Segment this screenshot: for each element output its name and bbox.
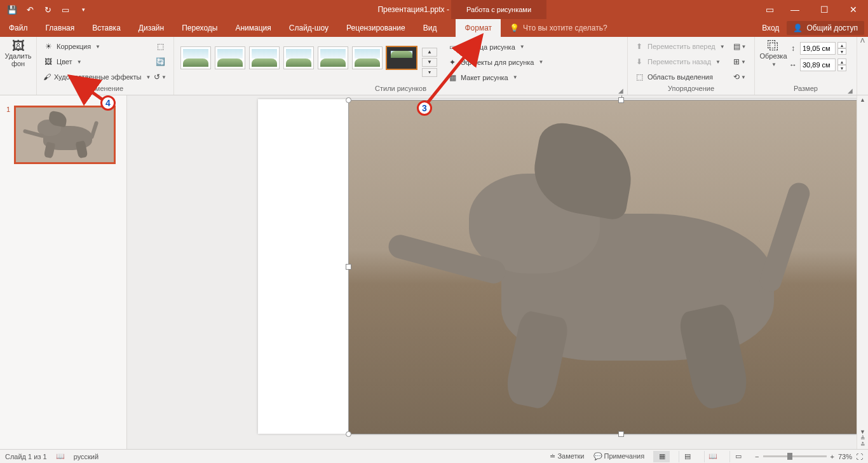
effects-label: Эффекты для рисунка [461, 59, 534, 66]
tab-slideshow[interactable]: Слайд-шоу [280, 19, 337, 37]
picture-border-button[interactable]: ▭Граница рисунка▼ [445, 40, 546, 54]
tab-animation[interactable]: Анимация [226, 19, 280, 37]
reading-view-icon[interactable]: 📖 [704, 451, 721, 462]
picture-effects-button[interactable]: ✦Эффекты для рисунка▼ [445, 55, 546, 69]
rotate-button[interactable]: ⟲▼ [732, 70, 747, 84]
compress-button[interactable]: ⬚ [153, 39, 168, 53]
picture-tools-context-tab[interactable]: Работа с рисунками [451, 0, 546, 19]
spin-up-icon[interactable]: ▲ [837, 59, 846, 65]
zoom-slider[interactable] [763, 455, 827, 457]
height-input[interactable] [800, 42, 836, 55]
style-thumb[interactable] [249, 46, 280, 69]
tell-me-placeholder: Что вы хотите сделать? [523, 24, 607, 32]
tab-view[interactable]: Вид [414, 19, 446, 37]
style-thumb[interactable] [283, 46, 314, 69]
resize-handle[interactable] [346, 431, 351, 437]
align-button[interactable]: ▤▼ [732, 39, 747, 53]
tab-transitions[interactable]: Переходы [173, 19, 226, 37]
width-field[interactable]: ↔ ▲▼ [788, 59, 846, 71]
artistic-icon: 🖌 [43, 72, 51, 82]
qat-more-icon[interactable]: ▾ [75, 1, 92, 18]
style-thumb-selected[interactable] [386, 46, 417, 69]
undo-icon[interactable]: ↶ [22, 1, 38, 18]
scroll-up-icon[interactable]: ▲ [860, 97, 865, 103]
tab-file[interactable]: Файл [0, 19, 37, 37]
artistic-effects-button[interactable]: 🖌Художественные эффекты▼ [41, 70, 153, 84]
collapse-ribbon-icon[interactable]: ᐱ [857, 37, 868, 95]
width-input[interactable] [800, 59, 836, 71]
color-button[interactable]: 🖼Цвет▼ [41, 55, 153, 69]
next-slide-icon[interactable]: ≛ [860, 441, 865, 448]
spin-down-icon[interactable]: ▼ [837, 48, 846, 55]
notes-button[interactable]: ≐ Заметки [550, 452, 584, 460]
selection-pane-button[interactable]: ⬚Область выделения [632, 70, 732, 84]
maximize-icon[interactable]: ☐ [810, 0, 839, 19]
picture-layout-button[interactable]: ▦Макет рисунка▼ [445, 71, 546, 85]
ribbon-options-icon[interactable]: ▭ [759, 0, 780, 19]
style-thumb[interactable] [215, 46, 245, 69]
style-thumb[interactable] [352, 46, 383, 69]
zoom-in-icon[interactable]: + [831, 453, 834, 460]
share-label: Общий доступ [806, 24, 858, 32]
change-picture-button[interactable]: 🔄 [153, 55, 168, 69]
border-icon: ▭ [447, 42, 458, 52]
scroll-down-icon[interactable]: ▼ [860, 429, 865, 435]
send-backward-button[interactable]: ⬇Переместить назад▼ [632, 55, 732, 69]
minimize-icon[interactable]: — [780, 0, 810, 19]
crop-button[interactable]: ⿻ Обрезка ▼ [759, 38, 788, 69]
comments-label: Примечания [604, 452, 645, 460]
close-icon[interactable]: ✕ [839, 0, 868, 19]
sorter-view-icon[interactable]: ▤ [679, 451, 695, 462]
remove-background-button[interactable]: 🖼 Удалить фон [4, 38, 32, 67]
tell-me-search[interactable]: 💡 Что вы хотите сделать? [501, 19, 616, 37]
styles-launcher-icon[interactable]: ◢ [618, 87, 623, 94]
corrections-label: Коррекция [57, 43, 91, 50]
gallery-more-icon[interactable]: ▾ [422, 68, 437, 77]
height-field[interactable]: ↕ ▲▼ [788, 42, 846, 55]
remove-bg-icon: 🖼 [13, 41, 24, 51]
picture-styles-gallery[interactable]: ▲ ▼ ▾ [178, 43, 440, 81]
fit-window-icon[interactable]: ⛶ [856, 453, 863, 460]
comments-button[interactable]: 💬 Примечания [593, 452, 645, 460]
style-thumb[interactable] [318, 46, 348, 69]
gallery-up-icon[interactable]: ▲ [422, 48, 437, 57]
size-launcher-icon[interactable]: ◢ [848, 87, 853, 94]
redo-icon[interactable]: ↻ [39, 1, 56, 18]
effects-icon: ✦ [447, 57, 458, 67]
gallery-down-icon[interactable]: ▼ [422, 58, 437, 67]
tab-insert[interactable]: Вставка [83, 19, 130, 37]
prev-slide-icon[interactable]: ≜ [860, 435, 865, 441]
tab-review[interactable]: Рецензирование [337, 19, 414, 37]
resize-handle[interactable] [618, 97, 624, 103]
resize-handle[interactable] [618, 431, 624, 437]
tab-format[interactable]: Формат [456, 19, 501, 37]
spin-down-icon[interactable]: ▼ [837, 65, 846, 71]
spin-up-icon[interactable]: ▲ [837, 42, 846, 48]
corrections-button[interactable]: ☀Коррекция▼ [41, 39, 153, 53]
slideshow-view-icon[interactable]: ▭ [729, 451, 746, 462]
group-button[interactable]: ⊞▼ [732, 55, 747, 69]
spellcheck-icon[interactable]: 📖 [56, 452, 65, 460]
vertical-scrollbar[interactable]: ▲ ▼ ≜ ≛ [857, 95, 868, 449]
style-thumb[interactable] [180, 46, 211, 69]
save-icon[interactable]: 💾 [4, 1, 20, 18]
bring-forward-button[interactable]: ⬆Переместить вперед▼ [632, 39, 732, 53]
slide-thumbnail[interactable] [14, 106, 116, 164]
zoom-out-icon[interactable]: − [755, 453, 759, 460]
zoom-level[interactable]: 73% [838, 453, 852, 460]
tab-design[interactable]: Дизайн [130, 19, 173, 37]
resize-handle[interactable] [346, 264, 351, 270]
tab-home[interactable]: Главная [37, 19, 84, 37]
start-slideshow-icon[interactable]: ▭ [57, 1, 74, 18]
resize-handle[interactable] [346, 97, 351, 103]
share-button[interactable]: 👤 Общий доступ [787, 21, 864, 35]
slide-canvas[interactable] [127, 95, 857, 449]
slide-thumbnail-pane[interactable]: 1 [0, 95, 127, 449]
selected-picture[interactable] [349, 100, 857, 434]
color-label: Цвет [57, 58, 72, 66]
sign-in-link[interactable]: Вход [762, 24, 779, 32]
language-indicator[interactable]: русский [74, 453, 98, 460]
reset-picture-button[interactable]: ↺▼ [153, 70, 168, 84]
selection-pane-icon: ⬚ [634, 72, 644, 82]
normal-view-icon[interactable]: ▦ [653, 451, 670, 462]
